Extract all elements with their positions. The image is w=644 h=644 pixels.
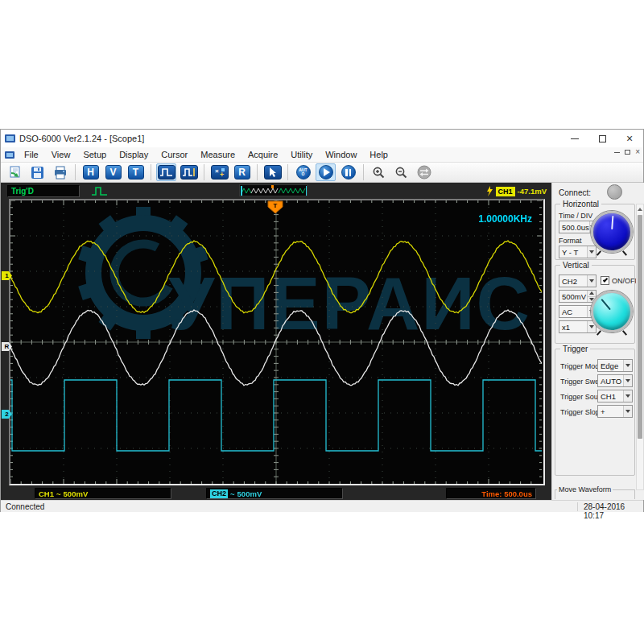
menu-acquire[interactable]: Acquire — [242, 150, 284, 159]
format-select[interactable]: Y - T — [559, 246, 597, 258]
window-title: DSO-6000 Ver2.1.24 - [Scope1] — [19, 134, 144, 143]
datetime: 28-04-2016 10:17 — [584, 502, 643, 520]
chevron-down-icon — [623, 375, 632, 386]
toolbar-separator — [75, 164, 76, 180]
toolbar-separator — [287, 164, 288, 180]
pulse-icon — [159, 167, 174, 178]
menu-display[interactable]: Display — [113, 150, 155, 159]
mdi-restore-icon[interactable] — [625, 150, 630, 155]
horizontal-knob[interactable] — [591, 211, 633, 253]
time-div-value: 500.0us — [559, 223, 589, 232]
reference-button[interactable]: R — [232, 163, 252, 181]
chevron-down-icon — [587, 246, 596, 258]
document-icon — [5, 151, 14, 159]
ch2-scale: 500mV — [237, 489, 262, 498]
math-button[interactable]: ×+ — [209, 163, 229, 181]
close-button[interactable]: × — [616, 130, 643, 147]
trigger-panel-button[interactable]: T — [126, 163, 146, 181]
waveform-preview[interactable] — [239, 184, 308, 196]
volt-scale-spinner[interactable]: 500mV — [559, 290, 597, 303]
svg-text:×: × — [215, 167, 219, 175]
trigger-slope-select[interactable]: + — [597, 405, 633, 418]
vertical-panel-button[interactable]: V — [103, 163, 123, 181]
menu-measure[interactable]: Measure — [194, 150, 242, 159]
mdi-close-icon[interactable]: × — [635, 149, 640, 155]
maximize-button[interactable] — [588, 130, 616, 147]
menu-help[interactable]: Help — [363, 150, 394, 159]
waveform-mode-button[interactable] — [156, 163, 176, 181]
trigger-source-select[interactable]: CH1 — [597, 390, 633, 402]
menu-bar: File View Setup Display Cursor Measure A… — [1, 147, 643, 162]
menu-file[interactable]: File — [18, 150, 45, 159]
menu-cursor[interactable]: Cursor — [155, 150, 194, 159]
chevron-down-icon — [587, 275, 596, 287]
print-button[interactable] — [50, 163, 70, 181]
cursor-button[interactable] — [262, 163, 283, 181]
connect-indicator[interactable] — [607, 184, 622, 200]
open-button[interactable] — [5, 163, 25, 181]
trigger-level-value: -47.1mV — [518, 187, 547, 196]
horizontal-group-title: Horizontal — [560, 200, 601, 208]
panel-scrollbar[interactable] — [636, 204, 644, 490]
menu-setup[interactable]: Setup — [76, 150, 113, 159]
probe-value: x1 — [559, 323, 587, 332]
sync-icon — [417, 165, 431, 180]
save-icon — [31, 166, 44, 180]
vertical-group-title: Vertical — [560, 261, 592, 270]
menu-view[interactable]: View — [45, 150, 77, 159]
time-scale: Time: 500.0us — [450, 489, 532, 498]
zoom-out-icon — [394, 166, 408, 180]
volt-scale-value: 500mV — [559, 292, 587, 301]
ch2-label: CH2 — [210, 489, 228, 498]
channel-info-bar: CH1 ~ 500mV CH2 ~ 500mV Time: 500.0us — [1, 487, 551, 500]
scope-display[interactable]: УПЕРАИСT1.00000KHz — [9, 199, 545, 485]
sync-button[interactable] — [414, 163, 434, 181]
ch2-coupling-icon: ~ — [230, 489, 235, 498]
ch1-coupling-icon: ~ — [56, 489, 61, 498]
autoset-button[interactable]: AUTO — [293, 163, 313, 181]
trigger-channel-badge: CH1 — [496, 187, 515, 196]
channel-onoff-checkbox[interactable] — [601, 276, 609, 285]
mdi-minimize-icon[interactable] — [614, 152, 620, 153]
format-label: Format — [559, 237, 582, 245]
probe-select[interactable]: x1 — [559, 320, 597, 333]
math-icon: ×+ — [213, 167, 226, 178]
pause-button[interactable] — [338, 163, 358, 181]
h-icon: H — [83, 165, 99, 180]
statusbar-divider — [577, 502, 578, 511]
knob-pointer — [601, 299, 610, 310]
horizontal-panel-button[interactable]: H — [80, 163, 101, 181]
vertical-knob[interactable] — [591, 291, 633, 332]
open-file-icon — [8, 166, 23, 180]
save-button[interactable] — [27, 163, 47, 181]
scrollbar-thumb[interactable] — [638, 215, 642, 439]
toolbar-separator — [204, 164, 204, 180]
time-scale-box: Time: 500.0us — [446, 488, 536, 499]
zoom-in-button[interactable] — [369, 163, 389, 181]
coupling-value: AC — [559, 308, 587, 316]
svg-text:1.00000KHz: 1.00000KHz — [478, 213, 532, 225]
svg-text:+: + — [220, 171, 224, 178]
ch1-scale-box: CH1 ~ 500mV — [35, 488, 171, 499]
control-panel: Connect: Horizontal Time / DIV 500.0us F… — [551, 183, 644, 500]
pause-icon — [345, 169, 351, 176]
trigger-mode-select[interactable]: Edge — [597, 359, 633, 372]
trigger-sweep-select[interactable]: AUTO — [597, 374, 633, 387]
chevron-down-icon — [623, 360, 632, 371]
app-icon — [5, 134, 15, 143]
zoom-in-icon — [372, 166, 386, 180]
title-bar: DSO-6000 Ver2.1.24 - [Scope1] × — [1, 130, 643, 147]
toolbar: H V T ×+ R AUTO — [1, 162, 643, 183]
zoom-out-button[interactable] — [391, 163, 411, 181]
run-button[interactable] — [316, 163, 336, 181]
waveform-measure-button[interactable] — [179, 163, 199, 181]
toolbar-separator — [257, 164, 258, 180]
auto-icon: AUTO — [299, 168, 308, 176]
trigger-slope-value: + — [598, 407, 623, 416]
menu-utility[interactable]: Utility — [284, 150, 319, 159]
format-value: Y - T — [559, 248, 587, 257]
scroll-up-icon[interactable] — [638, 208, 642, 211]
minimize-button[interactable] — [561, 130, 588, 147]
channel-select[interactable]: CH2 — [559, 275, 597, 287]
menu-window[interactable]: Window — [319, 150, 363, 159]
